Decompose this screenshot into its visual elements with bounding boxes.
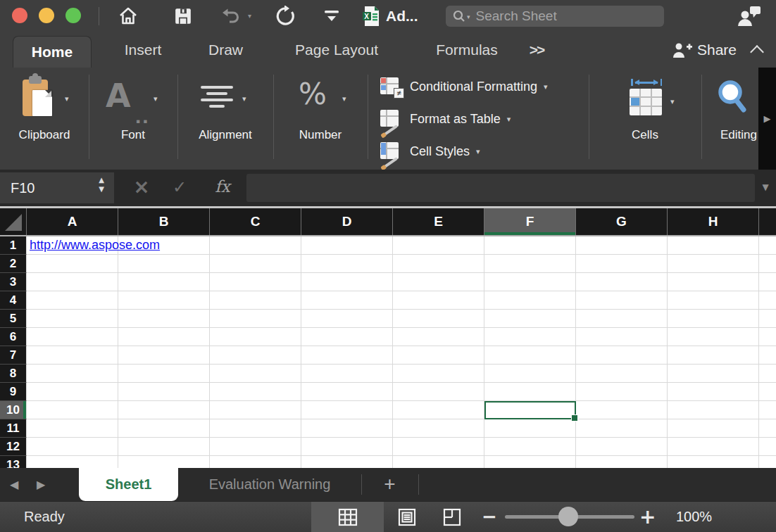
cell-A8[interactable] [27,365,118,383]
sheet-nav-left-icon[interactable]: ◀ [10,468,18,501]
column-header-F[interactable]: F [484,208,576,235]
tab-page-layout[interactable]: Page Layout [277,32,396,68]
cell-C13[interactable] [210,456,301,468]
cell-A3[interactable] [27,273,118,291]
cell-H4[interactable] [668,291,759,310]
cell-G8[interactable] [576,365,668,383]
minimize-window-button[interactable] [39,8,54,23]
number-group-label[interactable]: Number [273,128,368,145]
column-header-C[interactable]: C [210,208,301,235]
row-header-3[interactable]: 3 [0,273,27,291]
cell-C12[interactable] [210,438,301,456]
cell-F12[interactable] [484,438,576,456]
cell-H10[interactable] [668,401,759,419]
cell-E2[interactable] [393,255,484,273]
fill-handle[interactable] [571,414,578,422]
row-header-13[interactable]: 13 [0,456,27,468]
add-sheet-button[interactable]: + [361,468,418,501]
cell-G13[interactable] [576,456,668,468]
alignment-icon[interactable] [200,86,234,111]
spinner-down-icon[interactable]: ▼ [94,186,108,195]
select-all-corner[interactable] [0,208,27,235]
cell-A12[interactable] [27,438,118,456]
cell-C3[interactable] [210,273,301,291]
cell-D9[interactable] [301,383,393,401]
cancel-icon[interactable]: × [131,170,152,205]
font-group-label[interactable]: Font [89,128,177,145]
expand-ribbon-right-icon[interactable]: ▶ [764,113,771,124]
column-header-E[interactable]: E [393,208,484,235]
tab-overflow-chevrons[interactable]: >> [522,32,551,68]
cell-partial-8[interactable] [759,365,776,383]
cell-G6[interactable] [576,328,668,346]
cell-G9[interactable] [576,383,668,401]
zoom-window-button[interactable] [65,8,81,23]
cell-D2[interactable] [301,255,393,273]
cell-B6[interactable] [118,328,210,346]
cell-D4[interactable] [301,291,393,310]
collapse-ribbon-icon[interactable] [751,46,763,53]
cell-A4[interactable] [27,291,118,310]
cell-G4[interactable] [576,291,668,310]
cell-C11[interactable] [210,419,301,438]
cell-C6[interactable] [210,328,301,346]
cell-B11[interactable] [118,419,210,438]
name-box-spinner[interactable]: ▲ ▼ [94,177,108,195]
cell-B10[interactable] [118,401,210,419]
cell-G10[interactable] [576,401,668,419]
cell-F3[interactable] [484,273,576,291]
tab-draw[interactable]: Draw [196,32,256,68]
cell-B4[interactable] [118,291,210,310]
contact-support-icon[interactable] [734,0,765,32]
cell-partial-12[interactable] [759,438,776,456]
cell-H3[interactable] [668,273,759,291]
cell-F1[interactable] [484,236,576,255]
home-icon[interactable] [117,0,139,32]
cell-C10[interactable] [210,401,301,419]
cell-B8[interactable] [118,365,210,383]
cell-E8[interactable] [393,365,484,383]
cell-B9[interactable] [118,383,210,401]
undo-dropdown-caret[interactable]: ▾ [248,12,251,20]
cell-H12[interactable] [668,438,759,456]
tab-insert[interactable]: Insert [111,32,175,68]
cell-B3[interactable] [118,273,210,291]
cell-F7[interactable] [484,346,576,365]
cell-H9[interactable] [668,383,759,401]
row-header-12[interactable]: 12 [0,438,27,456]
cell-partial-7[interactable] [759,346,776,365]
cell-styles-button[interactable]: Cell Styles ▾ [380,137,592,166]
cell-E12[interactable] [393,438,484,456]
editing-magnifier-icon[interactable] [715,79,749,118]
cell-C9[interactable] [210,383,301,401]
cell-E5[interactable] [393,310,484,328]
search-scope-caret[interactable]: ▾ [467,13,470,20]
row-header-2[interactable]: 2 [0,255,27,273]
clipboard-group-label[interactable]: Clipboard [0,128,89,145]
save-icon[interactable] [172,0,194,32]
cell-D13[interactable] [301,456,393,468]
cell-a1-hyperlink[interactable]: http://www.aspose.com [30,238,160,253]
cell-H7[interactable] [668,346,759,365]
column-header-partial[interactable] [759,208,776,235]
font-icon[interactable]: A [106,77,131,114]
row-header-6[interactable]: 6 [0,328,27,346]
alignment-dropdown-caret[interactable]: ▾ [242,94,246,103]
cell-D3[interactable] [301,273,393,291]
cell-A9[interactable] [27,383,118,401]
cell-partial-9[interactable] [759,383,776,401]
row-header-4[interactable]: 4 [0,291,27,310]
cell-C4[interactable] [210,291,301,310]
cell-G1[interactable] [576,236,668,255]
insert-function-icon[interactable]: fx [208,170,237,203]
tab-formulas[interactable]: Formulas [421,32,513,68]
cell-A7[interactable] [27,346,118,365]
format-as-table-button[interactable]: Format as Table ▾ [380,104,592,134]
ribbon-expand-strip[interactable]: ▶ [758,68,776,170]
name-box[interactable]: F10 ▲ ▼ [0,172,114,203]
cell-C5[interactable] [210,310,301,328]
cell-partial-6[interactable] [759,328,776,346]
cells-icon[interactable] [630,79,663,118]
tab-home[interactable]: Home [13,36,92,68]
cell-H13[interactable] [668,456,759,468]
